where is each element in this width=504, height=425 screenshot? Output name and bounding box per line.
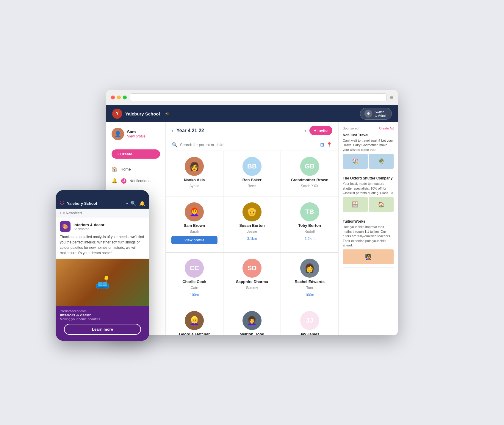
parent-avatar: 👴 — [242, 202, 262, 221]
mobile-ad-tagline: Interiors & decor — [60, 313, 145, 317]
create-ad-link[interactable]: Create Ad — [379, 126, 394, 130]
view-profile-link[interactable]: View profile — [127, 134, 145, 138]
ad-card: Not Just Travel Can't wait to travel aga… — [343, 133, 394, 172]
parent-child: Jessie — [247, 229, 257, 234]
parent-card: 👩‍🦱 Meirion Hood Jack — [223, 305, 281, 335]
dropdown-arrow-icon[interactable]: ▾ — [304, 128, 306, 133]
ad-description: Can't wait to travel again? Let your 'Tr… — [343, 138, 394, 152]
parent-card: 👱‍♀️ Georgia Fletcher Lucy, William — [166, 305, 223, 335]
parent-avatar-initials: BB — [242, 157, 262, 176]
search-bar: 🔍 ⊞ 📍 — [166, 139, 338, 151]
ad-card: TuitionWorks Help your child improve the… — [343, 219, 394, 268]
sidebar-item-label: Home — [120, 167, 131, 171]
switch-admin-label: Switch to Admin — [375, 110, 387, 117]
address-bar[interactable] — [130, 93, 387, 101]
parent-avatar: 👩 — [300, 259, 319, 278]
minimize-button[interactable] — [117, 96, 121, 99]
search-icon: 🔍 — [172, 142, 178, 148]
mobile-school-name: Yalebury School — [67, 201, 124, 206]
ad-description: Your local, made to measure shutter spec… — [343, 182, 394, 195]
parent-name: Meirion Hood — [240, 332, 264, 335]
parent-name: Susan Burton — [239, 223, 264, 228]
parent-child: Tom — [306, 286, 313, 290]
switch-admin-button[interactable]: ⚙ Switch to Admin — [360, 108, 392, 120]
mobile-search-icon[interactable]: 🔍 — [130, 201, 136, 206]
sofa-emoji: 🛋️ — [95, 276, 110, 290]
nav-logo-area: Y Yalebury School 🎓 — [112, 109, 170, 119]
sidebar-user-section: 👤 Sam View profile — [106, 128, 165, 145]
mobile-back-icon: ‹ — [60, 211, 61, 215]
map-view-icon[interactable]: 📍 — [326, 142, 332, 148]
parent-card: CC Charlie Cook Cate 100m — [166, 253, 223, 305]
mobile-feed-card: 🎨 Interiors & decor Sponsored Thanks to … — [56, 218, 149, 341]
sidebar-user-info: Sam View profile — [127, 129, 145, 138]
ad-title: Not Just Travel — [343, 133, 394, 137]
ad-image: 🏠 — [369, 197, 394, 212]
app-body: 👤 Sam View profile + Create 🏠 Home 🔔 18 — [106, 122, 398, 335]
sidebar-item-notifications[interactable]: 🔔 18 Notifications — [106, 175, 165, 187]
parent-child: Becci — [248, 184, 256, 188]
mobile-chevron-icon: ▾ — [126, 201, 128, 206]
parent-name: Charlie Cook — [182, 279, 206, 284]
mobile-breadcrumb-label: < Newsfeed — [63, 211, 82, 215]
search-input[interactable] — [180, 143, 318, 147]
parent-card: 👩 Rachel Edwards Tom 100m — [281, 253, 338, 305]
switch-admin-icon: ⚙ — [364, 110, 372, 118]
parent-avatar: 👩‍🦱 — [242, 311, 262, 330]
parent-name: Georgia Fletcher — [179, 332, 210, 335]
parent-avatar: 👩 — [185, 157, 204, 176]
mobile-ad-name: Interiors & decor — [73, 223, 104, 227]
ad-divider — [343, 215, 394, 215]
parent-card: SD Sapphire Dharma Sammy — [223, 253, 281, 305]
back-arrow-icon[interactable]: ‹ — [172, 127, 173, 134]
traffic-lights — [111, 96, 127, 99]
parent-child: Sarah — [190, 229, 199, 234]
parent-distance: 1.2km — [305, 237, 314, 241]
parent-name: Naoko Akia — [184, 178, 205, 182]
parent-avatar-initials: TB — [300, 202, 319, 221]
parent-card: BB Ben Baker Becci — [223, 151, 281, 196]
browser-chrome: ≡ — [106, 90, 398, 105]
parent-child: Sammy — [246, 286, 258, 290]
mobile-site-url: interiorsdecor.com — [60, 309, 145, 313]
parent-avatar-initials: JJ — [300, 311, 319, 330]
parent-child: Cate — [191, 286, 198, 290]
sidebar-item-home[interactable]: 🏠 Home — [106, 163, 165, 175]
ad-image: 🏖️ — [343, 154, 368, 169]
hamburger-icon[interactable]: ≡ — [390, 94, 393, 101]
invite-button[interactable]: + Invite — [309, 126, 332, 135]
view-profile-button[interactable]: View profile — [171, 236, 217, 244]
ad-title: The Oxford Shutter Company — [343, 176, 394, 180]
ad-image-row: 🏖️🌴 — [343, 154, 394, 169]
parent-card: GB Grandmother Brown Sarah XXX — [281, 151, 338, 196]
ad-image: 🪟 — [343, 197, 368, 212]
ad-description: Help your child improve their maths thro… — [343, 225, 394, 248]
mobile-breadcrumb[interactable]: ‹ < Newsfeed — [56, 209, 149, 218]
learn-more-button[interactable]: Learn more — [64, 324, 141, 335]
school-name: Yalebury School — [125, 111, 160, 116]
view-toggle-icons: ⊞ 📍 — [320, 142, 332, 148]
mobile-nav-icons: 🔍 🔔 — [130, 201, 145, 206]
mobile-shield-icon: 🛡 — [60, 201, 65, 206]
main-header: ‹ Year 4 21-22 ▾ + Invite — [166, 122, 338, 139]
parent-distance: 3.1km — [247, 237, 257, 241]
create-button[interactable]: + Create — [112, 149, 160, 159]
mobile-notifications-icon[interactable]: 🔔 — [139, 201, 145, 206]
parent-card: TB Toby Burton Rudolf 1.2km — [281, 196, 338, 252]
parent-avatar-initials: CC — [185, 259, 204, 278]
mobile-overlay: 🛡 Yalebury School ▾ 🔍 🔔 ‹ < Newsfeed 🎨 I… — [56, 190, 149, 341]
mobile-ad-header: 🎨 Interiors & decor Sponsored — [56, 218, 149, 234]
parents-grid: 👩 Naoko Akia Ayasa BB Ben Baker Becci GB… — [166, 151, 338, 335]
maximize-button[interactable] — [123, 96, 127, 99]
parent-child: Sarah XXX — [301, 184, 318, 188]
grid-view-icon[interactable]: ⊞ — [320, 142, 324, 148]
top-nav: Y Yalebury School 🎓 ⚙ Switch to Admin — [106, 105, 398, 122]
sponsored-label: Sponsored — [343, 126, 359, 130]
mobile-ad-body: Thanks to a detailed analysis of your ne… — [56, 234, 149, 259]
parent-card: 👩 Naoko Akia Ayasa — [166, 151, 223, 196]
close-button[interactable] — [111, 96, 115, 99]
parent-distance: 100m — [190, 293, 199, 297]
mobile-sponsored-tag: Sponsored — [73, 227, 104, 231]
mobile-top-nav: 🛡 Yalebury School ▾ 🔍 🔔 — [56, 198, 149, 209]
parent-distance: 100m — [305, 293, 314, 297]
